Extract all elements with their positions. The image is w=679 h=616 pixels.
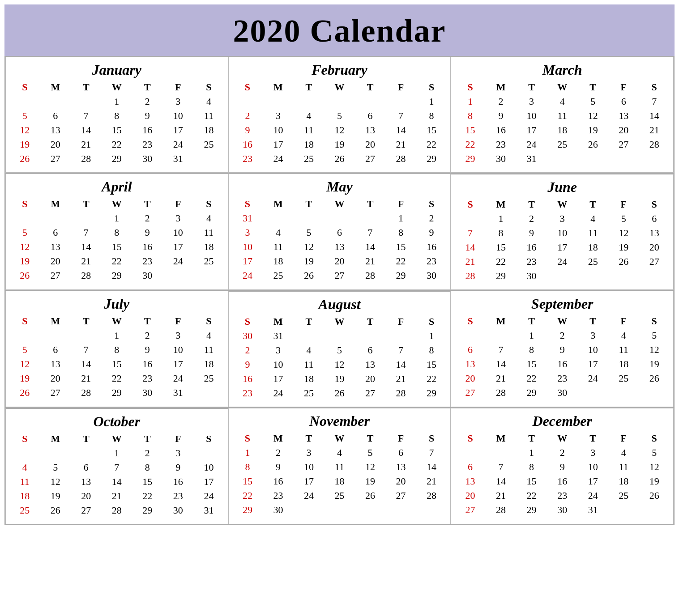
calendar-day[interactable]: 13 bbox=[355, 123, 386, 137]
calendar-day[interactable]: 8 bbox=[385, 225, 416, 240]
calendar-day[interactable]: 10 bbox=[263, 123, 294, 137]
calendar-day[interactable]: 24 bbox=[163, 254, 194, 268]
calendar-day[interactable]: 12 bbox=[324, 357, 355, 372]
calendar-day[interactable]: 20 bbox=[608, 123, 639, 137]
calendar-day[interactable]: 16 bbox=[132, 240, 163, 254]
calendar-day[interactable]: 24 bbox=[193, 489, 224, 503]
calendar-day[interactable]: 20 bbox=[71, 489, 102, 503]
calendar-day[interactable]: 4 bbox=[294, 109, 325, 123]
calendar-day[interactable]: 11 bbox=[324, 460, 355, 474]
calendar-day[interactable]: 13 bbox=[71, 475, 102, 489]
calendar-day[interactable]: 10 bbox=[577, 460, 608, 474]
calendar-day[interactable]: 15 bbox=[132, 475, 163, 489]
calendar-day[interactable]: 27 bbox=[40, 152, 71, 166]
calendar-day[interactable]: 14 bbox=[416, 460, 447, 474]
calendar-day[interactable]: 28 bbox=[486, 386, 517, 400]
calendar-day[interactable]: 2 bbox=[232, 343, 263, 357]
calendar-day[interactable]: 12 bbox=[9, 357, 40, 371]
calendar-day[interactable]: 19 bbox=[355, 474, 386, 489]
calendar-day[interactable]: 23 bbox=[486, 137, 517, 152]
calendar-day[interactable]: 4 bbox=[9, 460, 40, 475]
calendar-day[interactable]: 23 bbox=[416, 254, 447, 268]
calendar-day[interactable]: 19 bbox=[324, 372, 355, 386]
calendar-day[interactable]: 7 bbox=[71, 109, 102, 123]
calendar-day[interactable]: 1 bbox=[416, 329, 447, 343]
calendar-day[interactable]: 26 bbox=[639, 371, 670, 386]
calendar-day[interactable]: 24 bbox=[263, 152, 294, 166]
calendar-day[interactable]: 17 bbox=[263, 137, 294, 152]
calendar-day[interactable]: 22 bbox=[516, 371, 547, 386]
calendar-day[interactable] bbox=[608, 269, 639, 283]
calendar-day[interactable]: 18 bbox=[294, 137, 325, 152]
calendar-day[interactable]: 5 bbox=[608, 212, 639, 226]
calendar-day[interactable]: 8 bbox=[416, 109, 447, 123]
calendar-day[interactable]: 3 bbox=[294, 446, 325, 460]
calendar-day[interactable]: 25 bbox=[193, 371, 224, 386]
calendar-day[interactable]: 5 bbox=[639, 446, 670, 460]
calendar-day[interactable]: 19 bbox=[40, 489, 71, 503]
calendar-day[interactable]: 2 bbox=[486, 94, 517, 109]
calendar-day[interactable]: 14 bbox=[71, 240, 102, 254]
calendar-day[interactable]: 20 bbox=[455, 489, 486, 503]
calendar-day[interactable]: 16 bbox=[547, 357, 578, 371]
calendar-day[interactable]: 9 bbox=[516, 226, 547, 240]
calendar-day[interactable]: 29 bbox=[385, 268, 416, 283]
calendar-day[interactable]: 18 bbox=[608, 474, 639, 489]
calendar-day[interactable]: 17 bbox=[163, 123, 194, 137]
calendar-day[interactable]: 20 bbox=[355, 372, 386, 386]
calendar-day[interactable] bbox=[294, 94, 325, 109]
calendar-day[interactable]: 21 bbox=[71, 254, 102, 268]
calendar-day[interactable]: 16 bbox=[163, 475, 194, 489]
calendar-day[interactable]: 13 bbox=[355, 357, 386, 372]
calendar-day[interactable]: 18 bbox=[324, 474, 355, 489]
calendar-day[interactable]: 28 bbox=[486, 503, 517, 517]
calendar-day[interactable]: 27 bbox=[40, 268, 71, 283]
calendar-day[interactable]: 21 bbox=[639, 123, 670, 137]
calendar-day[interactable]: 7 bbox=[455, 226, 486, 240]
calendar-day[interactable]: 30 bbox=[132, 152, 163, 166]
calendar-day[interactable]: 27 bbox=[355, 152, 386, 166]
calendar-day[interactable]: 7 bbox=[639, 94, 670, 109]
calendar-day[interactable]: 7 bbox=[71, 225, 102, 240]
calendar-day[interactable]: 24 bbox=[294, 489, 325, 503]
calendar-day[interactable]: 14 bbox=[71, 357, 102, 371]
calendar-day[interactable]: 31 bbox=[516, 152, 547, 166]
calendar-day[interactable]: 31 bbox=[263, 329, 294, 343]
calendar-day[interactable]: 26 bbox=[40, 503, 71, 518]
calendar-day[interactable] bbox=[9, 328, 40, 343]
calendar-day[interactable]: 6 bbox=[455, 460, 486, 474]
calendar-day[interactable]: 28 bbox=[455, 269, 486, 283]
calendar-day[interactable]: 25 bbox=[324, 489, 355, 503]
calendar-day[interactable]: 6 bbox=[40, 109, 71, 123]
calendar-day[interactable] bbox=[639, 152, 670, 166]
calendar-day[interactable] bbox=[355, 503, 386, 517]
calendar-day[interactable]: 19 bbox=[608, 240, 639, 255]
calendar-day[interactable]: 2 bbox=[516, 212, 547, 226]
calendar-day[interactable]: 2 bbox=[232, 109, 263, 123]
calendar-day[interactable]: 2 bbox=[416, 211, 447, 225]
calendar-day[interactable]: 15 bbox=[102, 357, 132, 371]
calendar-day[interactable]: 28 bbox=[385, 386, 416, 400]
calendar-day[interactable] bbox=[193, 268, 224, 283]
calendar-day[interactable]: 25 bbox=[263, 268, 294, 283]
calendar-day[interactable]: 20 bbox=[385, 474, 416, 489]
calendar-day[interactable]: 6 bbox=[639, 212, 670, 226]
calendar-day[interactable]: 13 bbox=[455, 357, 486, 371]
calendar-day[interactable]: 15 bbox=[455, 123, 486, 137]
calendar-day[interactable]: 22 bbox=[455, 137, 486, 152]
calendar-day[interactable]: 28 bbox=[385, 152, 416, 166]
calendar-day[interactable] bbox=[547, 152, 578, 166]
calendar-day[interactable] bbox=[71, 211, 102, 225]
calendar-day[interactable]: 18 bbox=[294, 372, 325, 386]
calendar-day[interactable]: 16 bbox=[232, 372, 263, 386]
calendar-day[interactable]: 9 bbox=[547, 460, 578, 474]
calendar-day[interactable] bbox=[455, 328, 486, 343]
calendar-day[interactable] bbox=[193, 386, 224, 400]
calendar-day[interactable]: 20 bbox=[40, 371, 71, 386]
calendar-day[interactable]: 11 bbox=[608, 460, 639, 474]
calendar-day[interactable]: 12 bbox=[608, 226, 639, 240]
calendar-day[interactable]: 19 bbox=[9, 371, 40, 386]
calendar-day[interactable] bbox=[232, 94, 263, 109]
calendar-day[interactable] bbox=[9, 446, 40, 460]
calendar-day[interactable]: 17 bbox=[516, 123, 547, 137]
